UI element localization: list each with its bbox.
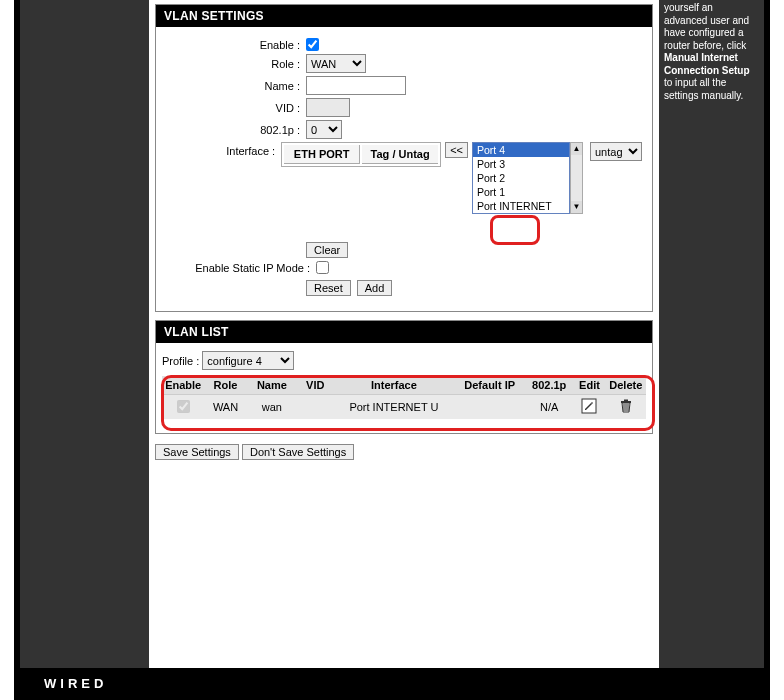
shuttle-left-button[interactable]: << bbox=[445, 142, 468, 158]
port-option[interactable]: Port 4 bbox=[473, 143, 569, 157]
clear-button[interactable]: Clear bbox=[306, 242, 348, 258]
footer-text: WIRED bbox=[44, 676, 107, 691]
bottom-buttons: Save Settings Don't Save Settings bbox=[155, 444, 653, 460]
profile-select[interactable]: configure 4 bbox=[202, 351, 294, 370]
untag-select[interactable]: untag bbox=[590, 142, 642, 161]
role-select[interactable]: WAN bbox=[306, 54, 366, 73]
port-option[interactable]: Port 2 bbox=[473, 171, 569, 185]
add-button[interactable]: Add bbox=[357, 280, 393, 296]
profile-label: Profile : bbox=[162, 355, 199, 367]
vid-input[interactable] bbox=[306, 98, 350, 117]
vlan-settings-panel: VLAN SETTINGS Enable : Role : WAN Name : bbox=[155, 4, 653, 312]
highlight-add bbox=[490, 215, 540, 245]
save-settings-button[interactable]: Save Settings bbox=[155, 444, 239, 460]
port-option[interactable]: Port INTERNET bbox=[473, 199, 569, 213]
vlan-list-header: VLAN LIST bbox=[156, 321, 652, 343]
p8021-select[interactable]: 0 bbox=[306, 120, 342, 139]
port-option[interactable]: Port 1 bbox=[473, 185, 569, 199]
port-scrollbar[interactable]: ▲ ▼ bbox=[570, 142, 583, 214]
port-option[interactable]: Port 3 bbox=[473, 157, 569, 171]
enable-checkbox[interactable] bbox=[306, 38, 319, 51]
highlight-list bbox=[161, 375, 655, 431]
interface-table: ETH PORT Tag / Untag bbox=[281, 142, 441, 167]
interface-label: Interface : bbox=[166, 142, 281, 157]
vlan-list-panel: VLAN LIST Profile : configure 4 Enable R… bbox=[155, 320, 653, 434]
p8021-label: 802.1p : bbox=[166, 124, 306, 136]
static-ip-label: Enable Static IP Mode : bbox=[166, 262, 316, 274]
sidebar-text2: to input all the settings manually. bbox=[664, 77, 743, 101]
footer-bar: WIRED bbox=[20, 668, 764, 700]
role-label: Role : bbox=[166, 58, 306, 70]
reset-button[interactable]: Reset bbox=[306, 280, 351, 296]
name-label: Name : bbox=[166, 80, 306, 92]
port-listbox[interactable]: Port 4 Port 3 Port 2 Port 1 Port INTERNE… bbox=[472, 142, 570, 214]
eth-port-header: ETH PORT bbox=[284, 145, 360, 164]
enable-label: Enable : bbox=[166, 39, 306, 51]
main-content: VLAN SETTINGS Enable : Role : WAN Name : bbox=[149, 0, 659, 668]
sidebar-text: yourself an advanced user and have confi… bbox=[664, 2, 749, 51]
name-input[interactable] bbox=[306, 76, 406, 95]
static-ip-checkbox[interactable] bbox=[316, 261, 329, 274]
tag-untag-header: Tag / Untag bbox=[362, 145, 438, 164]
vid-label: VID : bbox=[166, 102, 306, 114]
help-sidebar: yourself an advanced user and have confi… bbox=[661, 0, 761, 668]
dont-save-settings-button[interactable]: Don't Save Settings bbox=[242, 444, 354, 460]
sidebar-bold: Manual Internet Connection Setup bbox=[664, 52, 750, 76]
vlan-settings-header: VLAN SETTINGS bbox=[156, 5, 652, 27]
